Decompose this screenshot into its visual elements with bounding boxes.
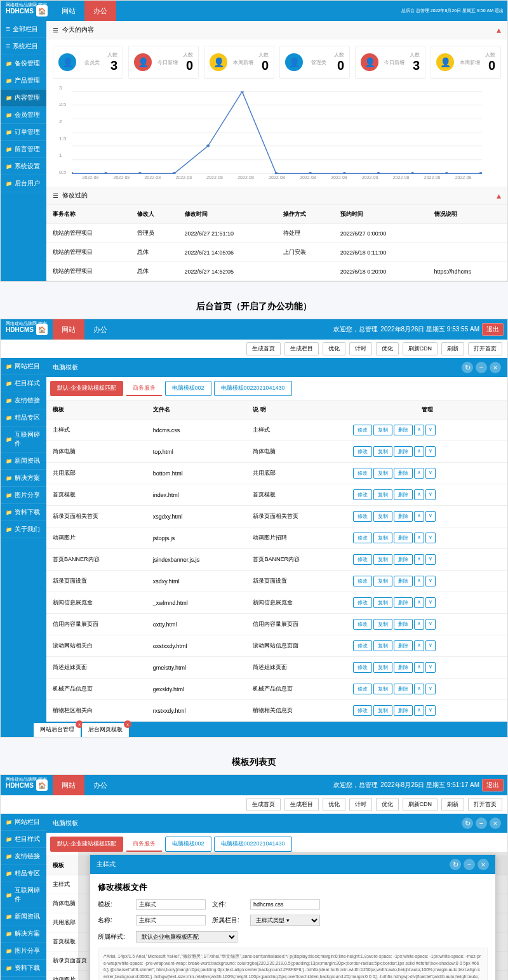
action-button[interactable]: 删除: [394, 619, 413, 630]
close-icon[interactable]: ×: [490, 362, 501, 373]
action-button[interactable]: 复制: [373, 511, 392, 522]
action-button[interactable]: 复制: [373, 468, 392, 479]
action-button[interactable]: 复制: [373, 489, 392, 500]
action-button[interactable]: 复制: [373, 446, 392, 457]
sidebar-item[interactable]: 📁系统设置: [1, 158, 46, 175]
toolbar-button[interactable]: 刷新CDN: [403, 342, 438, 355]
toolbar-button[interactable]: 优化: [323, 342, 345, 355]
code-editor[interactable]: /*Arial, 14px/1.5 Arial,"Microsoft YaHei…: [98, 948, 488, 980]
nav-tab-office[interactable]: 办公: [84, 1, 116, 21]
sidebar-item[interactable]: 📁精品专区: [1, 409, 46, 427]
action-button[interactable]: 删除: [394, 446, 413, 457]
action-button[interactable]: 修改: [353, 705, 372, 716]
action-button[interactable]: 删除: [394, 554, 413, 565]
action-button[interactable]: 复制: [373, 640, 392, 651]
up-button[interactable]: ∧: [414, 511, 424, 522]
up-button[interactable]: ∧: [414, 619, 424, 630]
sidebar-item[interactable]: 📁互联网碎件: [1, 882, 46, 908]
action-button[interactable]: 删除: [394, 576, 413, 586]
toolbar-button[interactable]: 优化: [376, 342, 399, 355]
action-button[interactable]: 复制: [373, 425, 392, 435]
toolbar-button[interactable]: 刷新CDN: [403, 798, 438, 811]
down-button[interactable]: ∨: [425, 533, 436, 543]
down-button[interactable]: ∨: [425, 425, 436, 435]
up-button[interactable]: ∧: [414, 489, 424, 500]
sidebar-item[interactable]: 📁友情链接: [1, 392, 46, 409]
action-button[interactable]: 删除: [394, 684, 413, 694]
up-button[interactable]: ∧: [414, 425, 424, 435]
toolbar-button[interactable]: 计时: [349, 798, 372, 811]
action-button[interactable]: 删除: [394, 511, 413, 522]
action-button[interactable]: 删除: [394, 705, 413, 716]
nav-tab-web[interactable]: 网站: [53, 319, 84, 340]
tab-item[interactable]: 电脑模板0022021041430: [214, 837, 292, 852]
sidebar-item[interactable]: ☰系统栏目: [1, 38, 46, 55]
toolbar-button[interactable]: 刷新: [441, 798, 464, 811]
sidebar-item[interactable]: 📁留言管理: [1, 141, 46, 158]
nav-tab-office[interactable]: 办公: [84, 775, 116, 795]
action-button[interactable]: 修改: [353, 597, 372, 608]
sidebar-item[interactable]: 📁资料下载: [1, 504, 46, 521]
refresh-icon[interactable]: ↻: [462, 818, 473, 829]
action-button[interactable]: 删除: [394, 425, 413, 435]
up-button[interactable]: ∧: [414, 446, 424, 457]
toolbar-button[interactable]: 打开首页: [468, 798, 502, 811]
up-button[interactable]: ∧: [414, 705, 424, 716]
toolbar-button[interactable]: 生成栏目: [284, 342, 319, 355]
down-button[interactable]: ∨: [425, 640, 436, 651]
action-button[interactable]: 修改: [353, 619, 372, 630]
nav-tab-web[interactable]: 网站: [53, 1, 84, 21]
sidebar-item[interactable]: ☰全部栏目: [1, 21, 46, 38]
input-name[interactable]: [136, 915, 206, 925]
action-button[interactable]: 修改: [353, 662, 372, 673]
minimize-icon[interactable]: −: [464, 859, 475, 870]
refresh-icon[interactable]: ↻: [450, 859, 461, 870]
collapse-icon[interactable]: ▴: [497, 25, 501, 35]
logout-button[interactable]: 退出: [482, 323, 504, 336]
action-button[interactable]: 删除: [394, 468, 413, 479]
sidebar-item[interactable]: 📁关于我们: [1, 977, 46, 980]
logout-button[interactable]: 退出: [482, 779, 504, 791]
action-button[interactable]: 修改: [353, 446, 372, 457]
action-button[interactable]: 删除: [394, 533, 413, 543]
action-button[interactable]: 修改: [353, 489, 372, 500]
toolbar-button[interactable]: 生成首页: [246, 342, 281, 355]
up-button[interactable]: ∧: [414, 576, 424, 586]
toolbar-button[interactable]: 生成栏目: [284, 798, 319, 811]
action-button[interactable]: 复制: [373, 597, 392, 608]
action-button[interactable]: 修改: [353, 468, 372, 479]
sidebar-item[interactable]: 📁后台用户: [1, 175, 46, 192]
nav-tab-office[interactable]: 办公: [84, 319, 116, 340]
tab-item[interactable]: 商务服务: [126, 381, 163, 396]
toolbar-button[interactable]: 刷新: [441, 342, 464, 355]
sidebar-item[interactable]: 📁资料下载: [1, 960, 46, 977]
action-button[interactable]: 复制: [373, 554, 392, 565]
sidebar-item[interactable]: 📁友情链接: [1, 848, 46, 865]
down-button[interactable]: ∨: [425, 597, 436, 608]
tab-item[interactable]: 商务服务: [126, 837, 163, 852]
down-button[interactable]: ∨: [425, 662, 436, 673]
down-button[interactable]: ∨: [425, 684, 436, 694]
up-button[interactable]: ∧: [414, 533, 424, 543]
down-button[interactable]: ∨: [425, 468, 436, 479]
tab-item[interactable]: 默认·企业建站模板匹配: [50, 381, 123, 396]
up-button[interactable]: ∧: [414, 662, 424, 673]
sidebar-item[interactable]: 📁栏目样式: [1, 375, 46, 392]
sidebar-item[interactable]: 📁新闻资讯: [1, 908, 46, 925]
sidebar-item[interactable]: 📁解决方案: [1, 470, 46, 487]
down-button[interactable]: ∨: [425, 554, 436, 565]
action-button[interactable]: 修改: [353, 640, 372, 651]
sidebar-item[interactable]: 📁内容管理: [1, 89, 46, 107]
down-button[interactable]: ∨: [425, 446, 436, 457]
toolbar-button[interactable]: 打开首页: [468, 342, 502, 355]
sidebar-item[interactable]: 📁订单管理: [1, 124, 46, 141]
bottom-tab[interactable]: 网站后台管理×: [34, 723, 81, 737]
action-button[interactable]: 复制: [373, 705, 392, 716]
action-button[interactable]: 复制: [373, 684, 392, 694]
action-button[interactable]: 修改: [353, 511, 372, 522]
action-button[interactable]: 修改: [353, 533, 372, 543]
sidebar-item[interactable]: 📁新闻资讯: [1, 453, 46, 470]
sidebar-item[interactable]: 📁网站栏目: [1, 358, 46, 375]
down-button[interactable]: ∨: [425, 576, 436, 586]
close-tab-icon[interactable]: ×: [124, 720, 131, 728]
